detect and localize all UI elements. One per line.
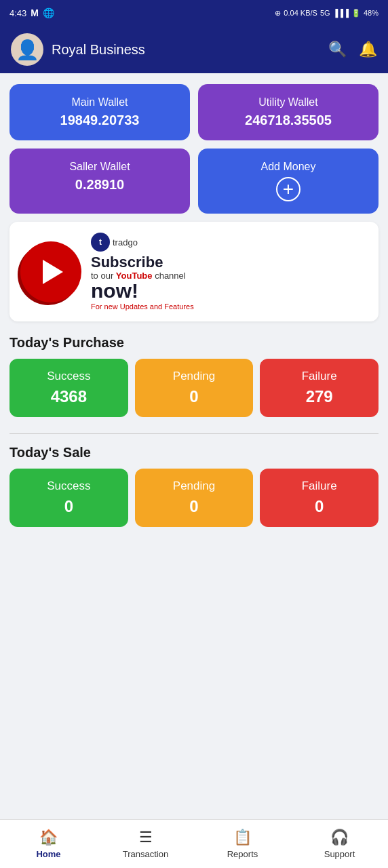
utility-wallet-card[interactable]: Utility Wallet 246718.35505 (198, 84, 379, 140)
browser-icon: 🌐 (43, 7, 54, 18)
sale-failure-value: 0 (267, 497, 372, 516)
avatar: 👤 (11, 33, 43, 66)
tradgo-circle: t (91, 233, 110, 252)
nav-home[interactable]: 🏠 Home (0, 820, 97, 868)
purchase-failure-card[interactable]: Failure 279 (260, 359, 379, 417)
purchase-failure-value: 279 (267, 387, 372, 406)
app-title: Royal Business (52, 42, 328, 58)
bottom-nav: 🏠 Home ☰ Transaction 📋 Reports 🎧 Support (0, 819, 388, 868)
sale-failure-label: Failure (267, 479, 372, 493)
subscribe-heading: Subscribe (91, 254, 368, 271)
main-wallet-amount: 19849.20733 (19, 113, 180, 128)
youtube-circle (20, 241, 81, 302)
main-wallet-label: Main Wallet (19, 96, 180, 108)
purchase-pending-label: Pending (142, 370, 247, 383)
tradgo-logo: t tradgo (91, 233, 368, 252)
purchase-stats-grid: Success 4368 Pending 0 Failure 279 (9, 359, 379, 417)
time: 4:43 (9, 8, 26, 18)
utility-wallet-label: Utility Wallet (208, 96, 369, 108)
signal-icon: ▐▐▐ (333, 9, 349, 17)
home-icon: 🏠 (39, 829, 58, 846)
nav-support-label: Support (324, 849, 355, 859)
sale-failure-card[interactable]: Failure 0 (260, 469, 379, 527)
gmail-icon: M (31, 7, 39, 18)
network-icon: 5G (320, 9, 330, 17)
reports-icon: 📋 (233, 829, 252, 846)
sale-pending-value: 0 (142, 497, 247, 516)
purchase-pending-value: 0 (142, 387, 247, 406)
sale-pending-card[interactable]: Pending 0 (135, 469, 254, 527)
subscribe-text: t tradgo Subscribe to our YouTube channe… (91, 233, 368, 311)
brand-name: tradgo (113, 237, 138, 248)
status-bar: 4:43 M 🌐 ⊕ 0.04 KB/S 5G ▐▐▐ 🔋 48% (0, 0, 388, 26)
purchase-success-value: 4368 (16, 387, 121, 406)
main-content: Main Wallet 19849.20733 Utility Wallet 2… (0, 73, 388, 597)
search-icon[interactable]: 🔍 (328, 41, 347, 58)
saller-wallet-card[interactable]: Saller Wallet 0.28910 (9, 149, 190, 214)
purchase-success-card[interactable]: Success 4368 (9, 359, 128, 417)
channel-text: channel (153, 271, 186, 281)
saller-wallet-label: Saller Wallet (19, 161, 180, 173)
nav-reports-label: Reports (227, 849, 258, 859)
wallet-grid: Main Wallet 19849.20733 Utility Wallet 2… (9, 84, 379, 214)
status-right: ⊕ 0.04 KB/S 5G ▐▐▐ 🔋 48% (275, 9, 379, 18)
sale-success-label: Success (16, 479, 121, 493)
add-icon: + (276, 177, 300, 201)
add-money-label: Add Money (208, 161, 369, 173)
nav-transaction-label: Transaction (123, 849, 168, 859)
network-speed: 0.04 KB/S (284, 9, 317, 17)
subscribe-banner[interactable]: t tradgo Subscribe to our YouTube channe… (9, 222, 379, 321)
purchase-section-title: Today's Purchase (9, 335, 379, 351)
sale-success-value: 0 (16, 497, 121, 516)
nav-transaction[interactable]: ☰ Transaction (97, 820, 194, 868)
brand-initial: t (99, 237, 102, 247)
header-actions: 🔍 🔔 (328, 41, 377, 58)
nav-reports[interactable]: 📋 Reports (194, 820, 291, 868)
user-icon: 👤 (16, 39, 39, 61)
sale-pending-label: Pending (142, 479, 247, 493)
support-icon: 🎧 (330, 829, 349, 846)
utility-wallet-amount: 246718.35505 (208, 113, 369, 128)
sale-success-card[interactable]: Success 0 (9, 469, 128, 527)
purchase-success-label: Success (16, 370, 121, 383)
update-text: For new Updates and Features (91, 302, 368, 311)
transaction-icon: ☰ (139, 829, 153, 846)
main-wallet-card[interactable]: Main Wallet 19849.20733 (9, 84, 190, 140)
saller-wallet-amount: 0.28910 (19, 177, 180, 193)
section-divider (9, 433, 379, 434)
purchase-pending-card[interactable]: Pending 0 (135, 359, 254, 417)
nav-home-label: Home (36, 849, 60, 859)
notification-icon[interactable]: 🔔 (359, 41, 377, 58)
now-text: now! (91, 281, 368, 301)
battery-icon: 🔋 (351, 9, 361, 18)
sale-stats-grid: Success 0 Pending 0 Failure 0 (9, 469, 379, 527)
play-icon (43, 260, 63, 284)
app-header: 👤 Royal Business 🔍 🔔 (0, 26, 388, 73)
nav-support[interactable]: 🎧 Support (291, 820, 388, 868)
youtube-logo (20, 241, 81, 302)
bluetooth-icon: ⊕ (275, 9, 281, 18)
add-money-card[interactable]: Add Money + (198, 149, 379, 214)
status-left: 4:43 M 🌐 (9, 7, 54, 18)
purchase-failure-label: Failure (267, 370, 372, 383)
battery-text: 48% (364, 9, 379, 17)
sale-section-title: Today's Sale (9, 445, 379, 460)
